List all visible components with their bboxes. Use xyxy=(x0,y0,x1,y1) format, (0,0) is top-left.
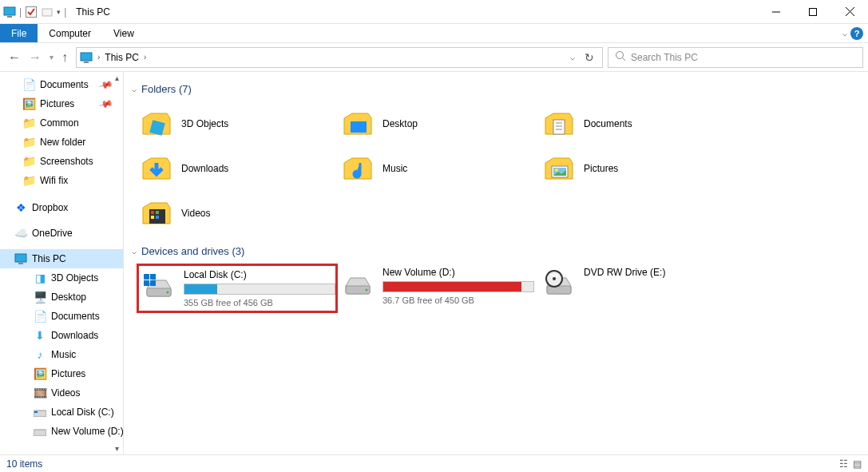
separator: | xyxy=(64,6,66,18)
sidebar: ▴▾ 📄Documents📌 🖼️Pictures📌 📁Common 📁New … xyxy=(0,72,124,454)
details-view-icon[interactable]: ☷ xyxy=(839,458,848,470)
tiles-view-icon[interactable]: ▤ xyxy=(853,458,862,470)
sidebar-item-3d-objects[interactable]: ◨3D Objects xyxy=(0,268,123,288)
this-pc-icon xyxy=(14,252,27,265)
drive-usage-bar xyxy=(382,281,534,292)
forward-button[interactable]: → xyxy=(29,50,42,65)
folder-item[interactable]: Desktop xyxy=(338,101,539,146)
svg-rect-1 xyxy=(7,16,12,18)
sidebar-item-label: OneDrive xyxy=(32,228,73,239)
chevron-right-icon[interactable]: › xyxy=(144,53,146,61)
sidebar-item-new-volume-d[interactable]: New Volume (D:) xyxy=(0,422,123,441)
sidebar-item-pictures-2[interactable]: 🖼️Pictures xyxy=(0,364,123,383)
picture-icon xyxy=(542,152,576,185)
sidebar-item-documents[interactable]: 📄Documents📌 xyxy=(0,75,123,94)
dropdown-icon[interactable]: ▾ xyxy=(57,8,61,16)
sidebar-item-onedrive[interactable]: ☁️OneDrive xyxy=(0,224,123,243)
folder-item[interactable]: Documents xyxy=(539,101,740,146)
folder-label: Downloads xyxy=(181,163,228,174)
svg-point-25 xyxy=(555,169,558,172)
checkbox-icon[interactable] xyxy=(25,6,38,18)
folder-label: Videos xyxy=(181,208,210,219)
tab-view[interactable]: View xyxy=(102,24,145,42)
sidebar-item-label: Documents xyxy=(51,311,100,322)
svg-rect-19 xyxy=(553,120,565,134)
chevron-right-icon[interactable]: › xyxy=(97,53,100,61)
back-button[interactable]: ← xyxy=(8,50,21,65)
sidebar-item-dropbox[interactable]: ❖Dropbox xyxy=(0,198,123,217)
sidebar-item-documents-2[interactable]: 📄Documents xyxy=(0,307,123,326)
download-icon: ⬇ xyxy=(34,329,46,342)
document-icon: 📄 xyxy=(34,310,46,323)
maximize-button[interactable] xyxy=(795,0,831,24)
folder-item[interactable]: Music xyxy=(338,146,539,191)
folder-label: Documents xyxy=(584,118,632,129)
quick-access-icon[interactable] xyxy=(41,6,54,18)
3d-icon: ◨ xyxy=(34,272,46,284)
3d-icon xyxy=(140,107,173,141)
nav-bar: ← → ▾ ↑ › This PC › ⌵ ↻ Search This PC xyxy=(0,43,868,72)
drive-item[interactable]: DVDDVD RW Drive (E:) xyxy=(539,264,740,313)
sidebar-item-music[interactable]: ♪Music xyxy=(0,345,123,364)
drive-icon xyxy=(34,425,46,438)
folder-icon: 📁 xyxy=(22,174,35,187)
folder-item[interactable]: Pictures xyxy=(539,146,740,191)
sidebar-item-screenshots[interactable]: 📁Screenshots xyxy=(0,152,123,171)
sidebar-item-wifi-fix[interactable]: 📁Wifi fix xyxy=(0,171,123,190)
svg-line-11 xyxy=(623,58,626,61)
folder-item[interactable]: Downloads xyxy=(137,146,338,191)
search-icon xyxy=(615,50,626,64)
svg-rect-36 xyxy=(150,280,156,286)
folder-item[interactable]: Videos xyxy=(137,191,338,236)
chevron-down-icon: ⌵ xyxy=(132,85,137,93)
folder-label: 3D Objects xyxy=(181,118,228,129)
svg-rect-8 xyxy=(81,53,92,61)
svg-rect-12 xyxy=(15,254,26,262)
folder-item[interactable]: 3D Objects xyxy=(137,101,338,146)
svg-rect-27 xyxy=(151,211,154,214)
up-button[interactable]: ↑ xyxy=(61,50,68,65)
refresh-button[interactable]: ↻ xyxy=(580,51,599,64)
drive-usage-bar xyxy=(184,284,335,295)
ribbon-collapse-icon[interactable]: ⌵ xyxy=(842,29,847,38)
svg-rect-29 xyxy=(156,211,159,214)
sidebar-item-this-pc[interactable]: This PC xyxy=(0,249,123,268)
music-icon: ♪ xyxy=(34,348,46,361)
scrollbar[interactable]: ▴▾ xyxy=(110,72,123,454)
tab-computer[interactable]: Computer xyxy=(38,24,102,42)
sidebar-item-pictures[interactable]: 🖼️Pictures📌 xyxy=(0,94,123,113)
tab-file[interactable]: File xyxy=(0,24,38,42)
sidebar-item-common[interactable]: 📁Common xyxy=(0,113,123,133)
sidebar-item-desktop[interactable]: 🖥️Desktop xyxy=(0,288,123,307)
group-title: Devices and drives (3) xyxy=(141,245,244,257)
svg-rect-15 xyxy=(34,411,38,413)
svg-point-10 xyxy=(616,52,624,59)
group-drives-header[interactable]: ⌵ Devices and drives (3) xyxy=(129,242,863,264)
folder-icon: 📁 xyxy=(22,136,35,149)
group-folders-header[interactable]: ⌵ Folders (7) xyxy=(129,80,863,101)
drive-item[interactable]: New Volume (D:)36.7 GB free of 450 GB xyxy=(338,264,539,313)
minimize-button[interactable] xyxy=(758,0,795,24)
svg-rect-33 xyxy=(144,274,149,280)
address-dropdown-icon[interactable]: ⌵ xyxy=(570,53,575,61)
breadcrumb[interactable]: This PC xyxy=(105,52,139,63)
titlebar-icons: | ▾ | This PC xyxy=(0,6,110,18)
sidebar-item-label: Documents xyxy=(40,79,89,90)
dropbox-icon: ❖ xyxy=(14,201,27,214)
sidebar-item-label: Music xyxy=(51,349,76,360)
drive-item[interactable]: Local Disk (C:)355 GB free of 456 GB xyxy=(137,264,338,313)
sidebar-item-label: Dropbox xyxy=(32,202,68,213)
sidebar-item-videos[interactable]: 🎞️Videos xyxy=(0,383,123,403)
help-icon[interactable]: ? xyxy=(850,27,863,40)
address-bar[interactable]: › This PC › ⌵ ↻ xyxy=(76,47,603,68)
history-dropdown-icon[interactable]: ▾ xyxy=(50,53,54,61)
sidebar-item-label: 3D Objects xyxy=(51,272,98,284)
svg-rect-35 xyxy=(144,280,149,286)
sidebar-item-local-disk-c[interactable]: Local Disk (C:) xyxy=(0,403,123,422)
sidebar-item-newfolder[interactable]: 📁New folder xyxy=(0,133,123,152)
sidebar-item-label: Downloads xyxy=(51,330,98,341)
sidebar-item-downloads[interactable]: ⬇Downloads xyxy=(0,326,123,345)
sidebar-item-label: Videos xyxy=(51,387,80,399)
close-button[interactable] xyxy=(831,0,868,24)
search-input[interactable]: Search This PC xyxy=(608,47,863,68)
